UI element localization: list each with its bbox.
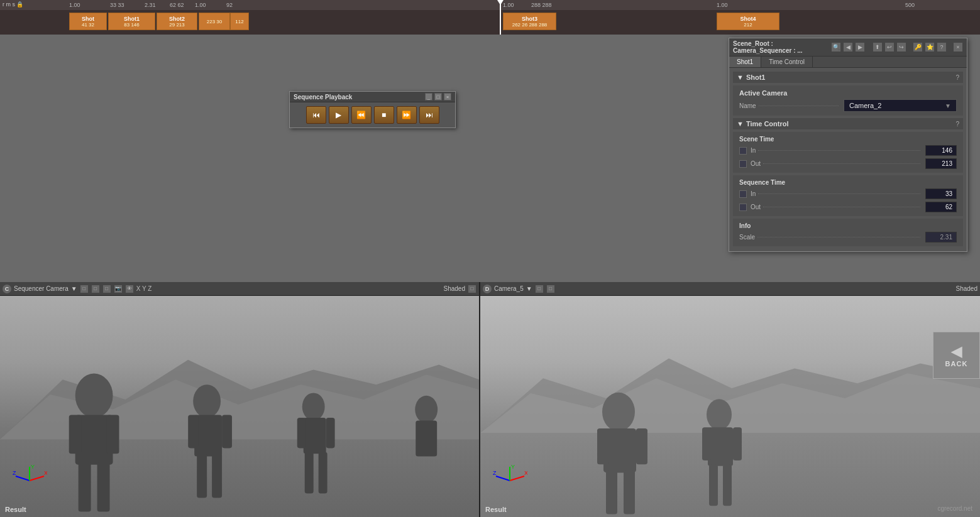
sequence-time-out-row: Out 62 xyxy=(737,200,959,214)
sequence-time-out-checkbox[interactable] xyxy=(739,204,747,211)
svg-rect-32 xyxy=(597,428,608,464)
timeline-controls[interactable]: r m s 🔒 xyxy=(3,1,24,8)
sequence-time-in-row: In 33 xyxy=(737,187,959,200)
info-subsection: Info Scale 2.31 xyxy=(733,219,963,246)
panel-help-btn[interactable]: ? xyxy=(937,42,947,52)
svg-rect-33 xyxy=(636,428,647,464)
svg-rect-5 xyxy=(107,415,119,454)
vp-left-axes-label: X Y Z xyxy=(136,285,152,292)
viewport-right-mode[interactable]: Shaded xyxy=(956,285,977,292)
svg-text:Y: Y xyxy=(511,464,515,470)
playback-stop-btn[interactable]: ■ xyxy=(374,106,394,124)
sequence-time-in-label: In xyxy=(751,190,923,197)
vp-right-btn1[interactable]: □ xyxy=(535,285,544,293)
info-scale-value: 2.31 xyxy=(925,232,957,242)
seq-playback-close-btn[interactable]: × xyxy=(444,93,451,101)
panel-tab-shot1[interactable]: Shot1 xyxy=(729,57,761,67)
seq-playback-minimize-btn[interactable]: _ xyxy=(425,93,432,101)
time-control-help-btn[interactable]: ? xyxy=(955,121,959,128)
playback-rewind-btn[interactable]: ⏪ xyxy=(351,106,372,124)
panel-icon5[interactable]: ⭐ xyxy=(925,42,935,52)
playback-forward-btn[interactable]: ⏩ xyxy=(397,106,417,124)
vp-right-btn2[interactable]: □ xyxy=(546,285,555,293)
shot-block-shot1[interactable]: Shot1 83 146 xyxy=(108,13,155,30)
panel-tab-time-control[interactable]: Time Control xyxy=(761,57,813,67)
playback-play-btn[interactable]: ▶ xyxy=(329,106,349,124)
axes-left: X Z Y xyxy=(13,464,47,498)
shot1-help-btn[interactable]: ? xyxy=(955,74,959,81)
vp-left-btn-cam[interactable]: 📷 xyxy=(114,285,123,293)
viewport-left-result-label: Result xyxy=(5,506,26,513)
viewport-left-header: C Sequencer Camera ▼ □ □ □ 📷 👁 X Y Z Sha… xyxy=(0,282,479,296)
svg-rect-6 xyxy=(79,462,91,511)
ruler-mark: 92 xyxy=(226,2,233,8)
panel-icon2[interactable]: ↩ xyxy=(884,42,895,52)
panel-search-btn[interactable]: 🔍 xyxy=(831,42,841,52)
viewport-left-camera-dropdown[interactable]: ▼ xyxy=(71,285,77,292)
viewport-left-camera-icon: C xyxy=(3,285,11,293)
seq-playback-maximize-btn[interactable]: □ xyxy=(434,93,442,101)
ruler-mark: 1.00 xyxy=(195,2,206,8)
scene-time-title-row: Scene Time xyxy=(737,134,959,144)
sequence-time-out-value[interactable]: 62 xyxy=(925,202,957,212)
scene-time-out-value[interactable]: 213 xyxy=(925,158,957,169)
time-control-section-header[interactable]: ▼ Time Control ? xyxy=(733,118,963,129)
scene-time-in-value[interactable]: 146 xyxy=(925,145,957,156)
bottom-viewports: C Sequencer Camera ▼ □ □ □ 📷 👁 X Y Z Sha… xyxy=(0,282,980,517)
shot-block-unnamed2[interactable]: 112 xyxy=(230,13,249,30)
panel-nav-prev-btn[interactable]: ◀ xyxy=(843,42,853,52)
panel-icon1[interactable]: ⬆ xyxy=(873,42,883,52)
vp-left-btn1[interactable]: □ xyxy=(80,285,89,293)
viewport-left: C Sequencer Camera ▼ □ □ □ 📷 👁 X Y Z Sha… xyxy=(0,282,480,517)
camera-name-row: Name Camera_2 ▼ xyxy=(737,98,959,113)
scene-time-out-row: Out 213 xyxy=(737,157,959,170)
viewport-left-mode[interactable]: Shaded xyxy=(444,285,465,292)
watermark: cgrecord.net xyxy=(937,505,972,512)
svg-rect-4 xyxy=(69,415,82,454)
playback-next-btn[interactable]: ⏭ xyxy=(419,106,439,124)
back-button[interactable]: ◀ BACK xyxy=(933,332,980,379)
active-camera-subsection: Active Camera Name Camera_2 ▼ xyxy=(733,85,963,116)
ruler-mark: 288 288 xyxy=(531,2,552,8)
shot1-section-header[interactable]: ▼ Shot1 ? xyxy=(733,72,963,83)
viewport-right-camera-name[interactable]: Camera_5 xyxy=(494,285,524,292)
panel-nav-next-btn[interactable]: ▶ xyxy=(855,42,865,52)
camera-dropdown-arrow[interactable]: ▼ xyxy=(945,102,951,109)
svg-point-20 xyxy=(415,395,438,423)
vp-left-btn-eye[interactable]: 👁 xyxy=(125,285,134,293)
playback-prev-btn[interactable]: ⏮ xyxy=(306,106,326,124)
scene-time-out-checkbox[interactable] xyxy=(739,160,747,168)
svg-rect-15 xyxy=(304,418,326,454)
vp-left-btn3[interactable]: □ xyxy=(102,285,111,293)
shot-block-shot[interactable]: Shot 41 32 xyxy=(69,13,107,30)
seq-playback-body: ⏮ ▶ ⏪ ■ ⏩ ⏭ xyxy=(290,102,455,128)
panel-icon3[interactable]: ↪ xyxy=(896,42,906,52)
panel-title: Scene_Root : Camera_Sequencer : ... xyxy=(733,40,831,54)
svg-rect-19 xyxy=(319,452,328,493)
ruler-mark: 1.00 xyxy=(717,2,728,8)
active-camera-label: Active Camera xyxy=(739,89,787,97)
svg-point-2 xyxy=(75,373,113,417)
scene-time-in-checkbox[interactable] xyxy=(739,147,747,155)
time-control-section-title: ▼ Time Control xyxy=(737,120,789,128)
panel-close-btn[interactable]: × xyxy=(953,42,963,52)
shot-block-unnamed1[interactable]: 223 30 xyxy=(199,13,230,30)
shot1-arrow-icon: ▼ xyxy=(737,73,744,81)
vp-left-mode-btn[interactable]: □ xyxy=(468,285,476,293)
shot-block-shot2[interactable]: Shot2 29 213 xyxy=(157,13,197,30)
viewport-left-camera-name[interactable]: Sequencer Camera xyxy=(14,285,69,292)
characters-left xyxy=(0,362,479,517)
svg-point-36 xyxy=(707,400,732,430)
sequence-time-in-checkbox[interactable] xyxy=(739,190,747,198)
svg-rect-37 xyxy=(708,427,733,466)
sequence-time-in-value[interactable]: 33 xyxy=(925,188,957,199)
sequence-time-subsection: Sequence Time In 33 Out 62 xyxy=(733,175,963,216)
panel-icon4[interactable]: 🔑 xyxy=(913,42,923,52)
camera-name-value[interactable]: Camera_2 ▼ xyxy=(844,99,957,112)
sequence-time-label: Sequence Time xyxy=(739,179,785,186)
shot-block-shot4[interactable]: Shot4 212 xyxy=(717,13,779,30)
shot-block-shot3[interactable]: Shot3 262 26 288 288 xyxy=(503,13,556,30)
playhead[interactable] xyxy=(500,0,501,35)
viewport-right-camera-dropdown[interactable]: ▼ xyxy=(526,285,532,292)
vp-left-btn2[interactable]: □ xyxy=(91,285,100,293)
